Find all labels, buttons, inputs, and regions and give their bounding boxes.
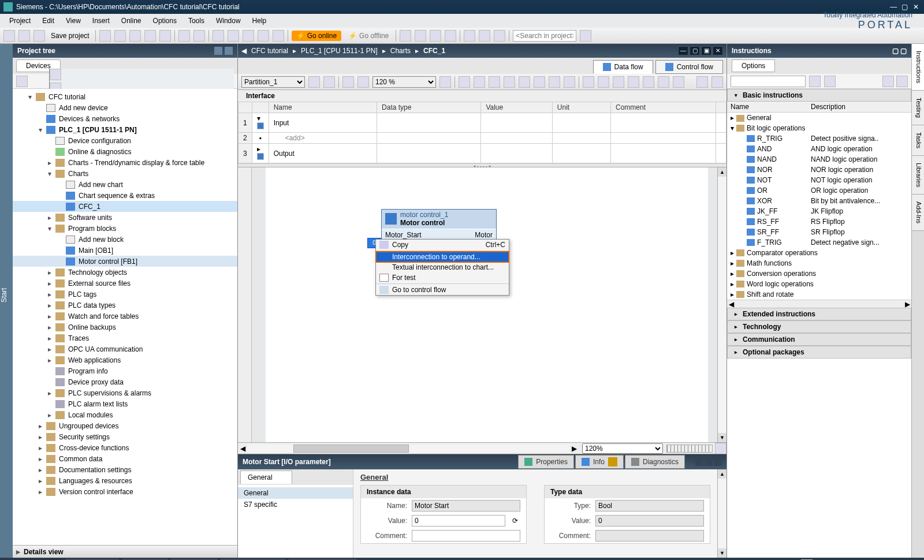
instruction-item[interactable]: SR_FFSR Flipflop xyxy=(727,227,911,237)
expand-icon[interactable]: ▸ xyxy=(46,389,53,397)
tree-node[interactable]: ▸OPC UA communication xyxy=(13,344,237,354)
nav-s7specific[interactable]: S7 specific xyxy=(238,499,353,510)
paste-icon[interactable] xyxy=(144,30,156,42)
editor-min-icon[interactable]: — xyxy=(678,46,688,55)
expand-icon[interactable]: ▸ xyxy=(37,466,44,474)
instruction-item[interactable]: F_TRIGDetect negative sign... xyxy=(727,237,911,248)
download-icon[interactable] xyxy=(213,30,224,42)
ct-b-icon[interactable] xyxy=(474,76,485,88)
bc-seg-3[interactable]: CFC_1 xyxy=(423,47,445,55)
copy-icon[interactable] xyxy=(129,30,141,42)
save-icon[interactable] xyxy=(33,30,45,42)
tree-node[interactable]: ▸Web applications xyxy=(13,354,237,365)
tree-node[interactable]: Add new device xyxy=(13,102,237,113)
interface-row[interactable]: 3▸ Output xyxy=(239,144,726,163)
tree-node[interactable]: ▾Charts xyxy=(13,168,237,179)
technology-header[interactable]: Technology xyxy=(727,320,911,333)
tree-node[interactable]: CFC_1 xyxy=(13,201,237,212)
ct-k-icon[interactable] xyxy=(628,76,639,88)
expand-icon[interactable]: ▸ xyxy=(37,433,44,441)
bc-seg-1[interactable]: PLC_1 [CPU 1511-1 PN] xyxy=(301,47,378,55)
tree-node[interactable]: ▸PLC supervisions & alarms xyxy=(13,387,237,398)
insp-w2-icon[interactable] xyxy=(705,458,713,466)
inspector-scrollbar[interactable]: ▲▼ xyxy=(717,469,726,558)
ctx-for-test[interactable]: For test xyxy=(376,272,509,283)
tree-node[interactable]: ▸Online backups xyxy=(13,322,237,333)
info-tab[interactable]: Info xyxy=(575,455,624,469)
hscroll-left[interactable]: ◀ xyxy=(238,445,247,453)
pt-collapse-icon[interactable] xyxy=(225,47,233,55)
go-offline-button[interactable]: ⚡Go offline xyxy=(345,31,392,41)
del-partition-icon[interactable] xyxy=(323,76,335,88)
expand-icon[interactable]: ▸ xyxy=(46,312,53,320)
bc-seg-0[interactable]: CFC tutorial xyxy=(251,47,288,55)
tree-node[interactable]: ▸Version control interface xyxy=(13,486,237,497)
instance-value-field[interactable] xyxy=(412,515,505,527)
editor-restore-icon[interactable]: ▢ xyxy=(690,46,700,55)
vertical-scrollbar[interactable]: ▲▼ xyxy=(717,167,726,442)
expand-icon[interactable]: ▸ xyxy=(37,444,44,452)
search-button-icon[interactable] xyxy=(580,30,591,42)
insp-w3-icon[interactable] xyxy=(714,458,722,466)
ctx-go-control-flow[interactable]: Go to control flow xyxy=(376,285,509,295)
instruction-item[interactable]: OROR logic operation xyxy=(727,185,911,196)
tree-node[interactable]: ▸Software units xyxy=(13,212,237,223)
close-button[interactable]: ✕ xyxy=(911,3,921,11)
menu-edit[interactable]: Edit xyxy=(36,17,60,25)
extended-instructions-header[interactable]: Extended instructions xyxy=(727,308,911,320)
tree-node[interactable]: ▸Watch and force tables xyxy=(13,311,237,322)
tree-node[interactable]: ▸Local modules xyxy=(13,409,237,420)
menu-project[interactable]: Project xyxy=(3,17,36,25)
upload-icon[interactable] xyxy=(228,30,239,42)
close-all-icon[interactable] xyxy=(445,30,456,42)
ct-m-icon[interactable] xyxy=(658,76,669,88)
tree-node[interactable]: Program info xyxy=(13,365,237,376)
expand-icon[interactable]: ▸ xyxy=(46,214,53,222)
tree-node[interactable]: PLC alarm text lists xyxy=(13,398,237,409)
zoom-in-icon[interactable] xyxy=(342,76,354,88)
tree-node[interactable]: ▸Documentation settings xyxy=(13,464,237,475)
options-tab[interactable]: Options xyxy=(732,59,775,72)
left-rail-start[interactable]: Start xyxy=(0,44,13,558)
expand-icon[interactable]: ▸ xyxy=(46,411,53,419)
project-tree[interactable]: ▾CFC tutorialAdd new deviceDevices & net… xyxy=(13,89,237,545)
general-tab[interactable]: General xyxy=(240,471,292,484)
instr-v2-icon[interactable] xyxy=(896,76,908,87)
tree-node[interactable]: ▸External source files xyxy=(13,278,237,289)
layout-3-icon[interactable] xyxy=(494,30,505,42)
rail-libraries[interactable]: Libraries xyxy=(912,156,924,195)
instr-category[interactable]: ▸General xyxy=(727,113,911,123)
pt-view1-icon[interactable] xyxy=(50,69,61,80)
menu-view[interactable]: View xyxy=(60,17,87,25)
save-project-button[interactable]: Save project xyxy=(49,32,92,40)
instruction-item[interactable]: RS_FFRS Flipflop xyxy=(727,216,911,227)
tool-b-icon[interactable] xyxy=(415,30,426,42)
tree-node[interactable]: ▾Program blocks xyxy=(13,223,237,234)
tree-node[interactable]: ▸Technology objects xyxy=(13,267,237,278)
instruction-item[interactable]: R_TRIGDetect positive signa.. xyxy=(727,133,911,144)
instruction-item[interactable]: NANDNAND logic operation xyxy=(727,154,911,165)
ct-c-icon[interactable] xyxy=(489,76,500,88)
ct-i-icon[interactable] xyxy=(598,76,609,88)
rail-instructions[interactable]: Instructions xyxy=(912,44,924,91)
search-input[interactable] xyxy=(513,30,576,42)
expand-icon[interactable]: ▸ xyxy=(46,345,53,353)
expand-icon[interactable]: ▾ xyxy=(46,225,53,233)
tool-c-icon[interactable] xyxy=(430,30,441,42)
expand-icon[interactable]: ▸ xyxy=(46,323,53,331)
tree-node[interactable]: Device configuration xyxy=(13,135,237,146)
rail-tasks[interactable]: Tasks xyxy=(912,125,924,156)
tree-node[interactable]: ▸Traces xyxy=(13,333,237,344)
instance-comment-field[interactable] xyxy=(412,530,520,542)
instruction-item[interactable]: NORNOR logic operation xyxy=(727,165,911,175)
tree-node[interactable]: ▸PLC data types xyxy=(13,300,237,311)
menu-insert[interactable]: Insert xyxy=(87,17,116,25)
optional-packages-header[interactable]: Optional packages xyxy=(727,346,911,359)
tree-node[interactable]: Chart sequence & extras xyxy=(13,190,237,201)
tree-node[interactable]: ▸Cross-device functions xyxy=(13,442,237,453)
expand-icon[interactable]: ▸ xyxy=(46,301,53,309)
simulate-icon[interactable] xyxy=(258,30,269,42)
ct-j-icon[interactable] xyxy=(613,76,624,88)
tree-node[interactable]: ▸Languages & resources xyxy=(13,475,237,486)
expand-icon[interactable]: ▾ xyxy=(27,93,33,101)
